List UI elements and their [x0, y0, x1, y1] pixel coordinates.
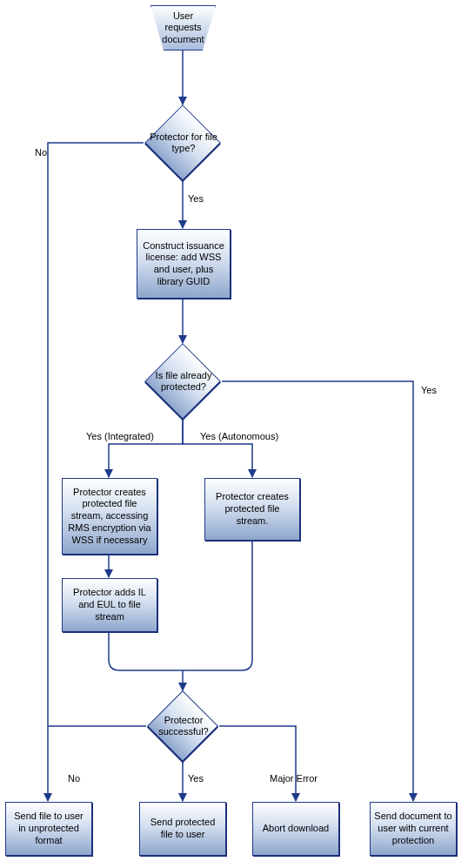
- process-integrated-stream: Protector creates protected file stream,…: [62, 478, 157, 555]
- edge-label-no-1: No: [35, 147, 47, 158]
- edge-label-yes-3: Yes: [188, 773, 204, 784]
- terminal-send-current-protect: Send document to user with current prote…: [370, 802, 457, 856]
- terminal-abort-download: Abort download: [252, 802, 339, 856]
- edge-label-no-3: No: [68, 773, 80, 784]
- terminal-send-unprotected: Send file to user in unprotected format: [5, 802, 92, 856]
- flowchart-canvas: User requests document Protector for fil…: [0, 0, 468, 868]
- process-construct-license: Construct issuance license: add WSS and …: [137, 229, 231, 299]
- terminal-send-protected: Send protected file to user: [139, 802, 226, 856]
- decision-protector-successful-label: Protector successful?: [147, 705, 220, 747]
- edge-label-yes-right: Yes: [421, 385, 437, 395]
- start-label: User requests document: [150, 5, 216, 50]
- edge-label-yes-autonomous: Yes (Autonomous): [200, 431, 278, 441]
- decision-file-already-protected-label: Is file already protected?: [143, 360, 224, 403]
- process-add-il-eul: Protector adds IL and EUL to file stream: [62, 578, 157, 632]
- start-node: User requests document: [150, 5, 216, 50]
- edge-label-yes-integrated: Yes (Integrated): [86, 431, 154, 441]
- edge-label-yes-1: Yes: [188, 193, 204, 204]
- edge-label-major-error: Major Error: [270, 773, 318, 784]
- decision-protector-filetype-label: Protector for file type?: [146, 118, 221, 167]
- process-autonomous-stream: Protector creates protected file stream.: [204, 478, 300, 541]
